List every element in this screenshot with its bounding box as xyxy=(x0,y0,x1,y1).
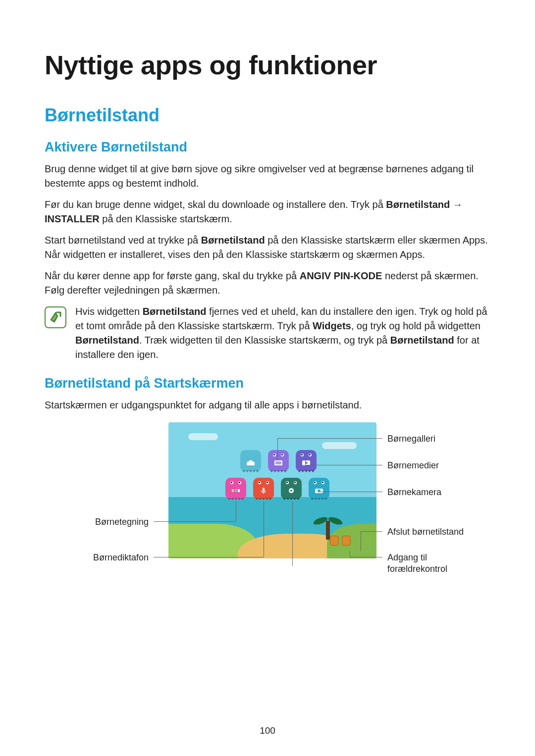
leader-line xyxy=(350,557,382,557)
callout-media: Børnemedier xyxy=(387,460,439,471)
svg-rect-6 xyxy=(263,488,265,492)
kids-camera-icon[interactable] xyxy=(309,478,329,499)
leader-line xyxy=(264,502,264,557)
bottom-control-icons xyxy=(330,536,351,546)
kids-home-icon[interactable] xyxy=(240,450,261,471)
kids-gallery-icon[interactable] xyxy=(268,450,289,471)
page-number: 100 xyxy=(0,725,535,736)
callout-drawing: Børnetegning xyxy=(64,516,149,528)
paragraph-intro: Brug denne widget til at give børn sjove… xyxy=(45,162,490,191)
kids-app-icon[interactable] xyxy=(281,478,302,499)
section-title: Børnetilstand xyxy=(45,105,490,126)
leader-line xyxy=(154,521,236,522)
leader-line xyxy=(154,557,264,557)
paragraph-install: Før du kan bruge denne widget, skal du d… xyxy=(45,198,490,226)
leader-line xyxy=(305,460,306,465)
paragraph-start: Start børnetilstand ved at trykke på Bør… xyxy=(45,233,490,262)
callout-gallery: Børnegalleri xyxy=(387,433,435,445)
leader-line xyxy=(277,438,278,460)
page-title: Nyttige apps og funktioner xyxy=(45,50,490,80)
leader-line xyxy=(361,531,361,551)
kids-drawing-icon[interactable] xyxy=(225,478,246,499)
exit-kids-mode-icon[interactable] xyxy=(342,536,351,546)
callout-exit: Afslut børnetilstand xyxy=(387,526,464,538)
callout-parental: Adgang til forældrekontrol xyxy=(387,552,447,575)
palm-decoration xyxy=(326,521,330,540)
cloud-decoration xyxy=(188,433,218,440)
note-icon xyxy=(45,306,66,328)
svg-rect-3 xyxy=(232,489,234,492)
kids-home-screenshot xyxy=(168,422,376,558)
leader-line xyxy=(236,502,236,521)
parental-control-icon[interactable] xyxy=(330,536,339,546)
app-row-2 xyxy=(225,478,329,499)
callout-voice: Børnediktafon xyxy=(64,552,149,563)
leader-line xyxy=(350,551,350,557)
leader-line xyxy=(361,531,382,532)
subsection-aktivere: Aktivere Børnetilstand xyxy=(45,140,490,155)
cloud-decoration xyxy=(322,442,357,449)
svg-rect-1 xyxy=(275,461,281,464)
leader-line xyxy=(305,465,382,465)
svg-rect-4 xyxy=(235,489,237,492)
note-text: Hvis widgetten Børnetilstand fjernes ved… xyxy=(75,304,490,362)
kids-home-figure: Børnegalleri Børnemedier Børnekamera Afs… xyxy=(45,422,490,601)
paragraph-pin: Når du kører denne app for første gang, … xyxy=(45,269,490,298)
svg-point-8 xyxy=(290,490,292,492)
note-block: Hvis widgetten Børnetilstand fjernes ved… xyxy=(45,304,490,362)
leader-line xyxy=(292,502,293,566)
kids-voice-icon[interactable] xyxy=(253,478,274,499)
leader-line xyxy=(277,438,382,439)
leader-line xyxy=(320,492,382,492)
paragraph-startskaerm-intro: Startskærmen er udgangspunktet for adgan… xyxy=(45,398,490,412)
callout-camera: Børnekamera xyxy=(387,487,441,498)
subsection-startskaerm: Børnetilstand på Startskærmen xyxy=(45,376,490,391)
svg-rect-5 xyxy=(238,489,240,492)
kids-media-icon[interactable] xyxy=(296,450,317,471)
